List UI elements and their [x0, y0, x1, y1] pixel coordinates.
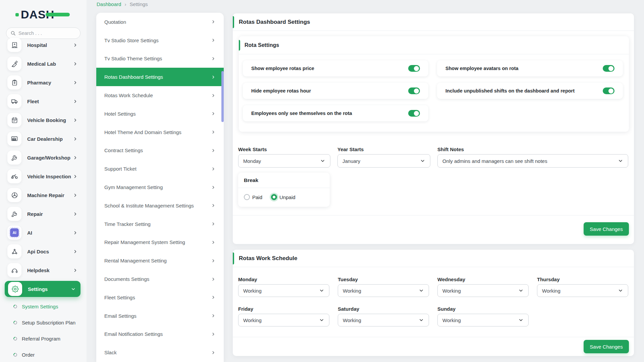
- break-radio-option[interactable]: Paid: [244, 194, 262, 200]
- settings-submenu-item[interactable]: Setup Subscription Plan: [0, 314, 87, 330]
- chevron-right-icon: [73, 174, 78, 179]
- search-input[interactable]: [18, 31, 76, 36]
- toggle-switch[interactable]: [408, 87, 420, 94]
- settings-submenu-item[interactable]: Referral Program: [0, 330, 87, 347]
- section-header: Rota Settings: [239, 36, 629, 54]
- settings-menu-item[interactable]: Time Tracker Setting: [96, 215, 224, 233]
- settings-menu-item[interactable]: Documents Settings: [96, 270, 224, 288]
- day-label: Tuesday: [338, 277, 429, 282]
- chevron-right-icon: [211, 350, 216, 355]
- toggle-row: Show employee rotas price: [243, 60, 428, 76]
- chevron-right-icon: [211, 295, 216, 300]
- break-title: Break: [244, 177, 258, 183]
- sidebar-item-label: Garage/Workshop: [27, 155, 70, 161]
- breadcrumb-dashboard-link[interactable]: Dashboard: [97, 1, 121, 7]
- chevron-down-icon: [319, 288, 324, 293]
- settings-menu-item-label: Rotas Dashboard Settings: [104, 74, 163, 80]
- settings-submenu-item[interactable]: Order: [0, 347, 87, 362]
- break-header: Break: [238, 173, 330, 188]
- toggle-switch[interactable]: [603, 65, 614, 72]
- settings-menu-item[interactable]: School & Institute Management Settings: [96, 196, 224, 215]
- brand-logo[interactable]: DASH: [21, 7, 54, 22]
- sidebar-item-label: Pharmacy: [27, 80, 51, 85]
- break-radio-option[interactable]: Unpaid: [271, 194, 296, 200]
- settings-menu-item[interactable]: Gym Management Setting: [96, 178, 224, 196]
- settings-menu-item-label: Repair Management System Setting: [104, 239, 185, 245]
- day-label: Sunday: [437, 306, 529, 312]
- chevron-down-icon: [419, 317, 424, 323]
- settings-menu-item[interactable]: Repair Management System Setting: [96, 233, 224, 252]
- radio-label: Unpaid: [279, 194, 296, 200]
- day-select[interactable]: Working: [338, 314, 429, 326]
- day-label: Thursday: [537, 277, 628, 282]
- dropdown-select[interactable]: Monday: [238, 154, 330, 168]
- day-label: Friday: [238, 306, 329, 312]
- menu-scrollbar-thumb[interactable]: [221, 71, 224, 122]
- chevron-right-icon: [211, 130, 216, 134]
- toggle-switch[interactable]: [408, 110, 420, 117]
- toggle-switch[interactable]: [603, 87, 614, 94]
- toggle-switch[interactable]: [408, 65, 420, 72]
- sidebar-item[interactable]: Settings: [5, 281, 80, 297]
- save-changes-button[interactable]: Save Changes: [584, 340, 629, 353]
- chevron-right-icon: [211, 19, 216, 24]
- settings-menu-item[interactable]: Tv Studio Store Settings: [96, 31, 224, 50]
- settings-menu-item[interactable]: Hotel Settings: [96, 105, 224, 123]
- settings-menu-item[interactable]: Slack: [96, 343, 224, 362]
- settings-menu-item[interactable]: Rotas Dashboard Settings: [96, 68, 224, 86]
- settings-menu-item-label: Documents Settings: [104, 276, 149, 282]
- settings-menu-item[interactable]: Email Notification Settings: [96, 325, 224, 344]
- settings-submenu-item[interactable]: System Settings: [0, 298, 87, 314]
- toggle-label: Include unpublished shifts on the dashbo…: [445, 88, 575, 94]
- sidebar-item[interactable]: Vehicle Inspection: [0, 167, 87, 186]
- sidebar-item[interactable]: Machine Repair: [0, 186, 87, 204]
- sidebar-item[interactable]: Medical Lab: [0, 54, 87, 73]
- day-select-value: Working: [243, 317, 262, 323]
- chevron-down-icon: [518, 288, 524, 293]
- bullet-icon: [13, 352, 18, 357]
- sidebar-item[interactable]: AI AI: [0, 223, 87, 242]
- settings-menu-item[interactable]: Fleet Settings: [96, 288, 224, 307]
- settings-menu-item[interactable]: Rental Management Setting: [96, 251, 224, 270]
- settings-menu-item[interactable]: Support Ticket: [96, 160, 224, 178]
- car-icon: [7, 132, 21, 146]
- sidebar-item[interactable]: Pharmacy: [0, 73, 87, 92]
- sidebar-item[interactable]: Hospital: [0, 36, 87, 54]
- sidebar-item[interactable]: Helpdesk: [0, 261, 87, 280]
- settings-menu-item[interactable]: Rotas Work Schedule: [96, 86, 224, 105]
- chevron-right-icon: [73, 155, 78, 160]
- day-select[interactable]: Working: [238, 284, 329, 297]
- day-select[interactable]: Working: [437, 314, 529, 326]
- day-select-value: Working: [442, 288, 461, 294]
- rota-settings-section: Rota Settings Show employee rotas price …: [239, 36, 629, 132]
- settings-menu-item[interactable]: Hotel Theme And Domain Settings: [96, 123, 224, 141]
- settings-menu-item[interactable]: Quotation: [96, 13, 224, 31]
- sidebar-item[interactable]: Car Dealership: [0, 129, 87, 148]
- day-select[interactable]: Working: [238, 314, 329, 326]
- settings-menu-item[interactable]: Contract Settings: [96, 141, 224, 160]
- sidebar-item[interactable]: Fleet: [0, 92, 87, 111]
- sidebar-item[interactable]: Garage/Workshop: [0, 148, 87, 167]
- sidebar-item-label: Vehicle Inspection: [27, 174, 71, 179]
- submenu-item-label: Setup Subscription Plan: [22, 320, 75, 325]
- chevron-right-icon: [73, 43, 78, 48]
- sidebar-item[interactable]: Api Docs: [0, 242, 87, 261]
- settings-menu-panel: Quotation Tv Studio Store Settings Tv St…: [96, 13, 224, 362]
- day-select[interactable]: Working: [537, 284, 628, 297]
- api-icon: [7, 244, 21, 258]
- sidebar-item-label: Repair: [27, 211, 43, 217]
- settings-menu-item[interactable]: Email Settings: [96, 307, 224, 325]
- headset-icon: [7, 263, 21, 277]
- search-icon: [10, 31, 16, 36]
- sidebar-item[interactable]: Vehicle Booking: [0, 111, 87, 129]
- day-select[interactable]: Working: [338, 284, 429, 297]
- toggle-row: Show employee avatars on rota: [437, 60, 623, 76]
- syringe-icon: [7, 57, 21, 71]
- sidebar-item[interactable]: Repair: [0, 204, 87, 223]
- settings-menu-item-label: Contract Settings: [104, 147, 143, 153]
- dropdown-select[interactable]: Only admins and managers can see shift n…: [437, 154, 628, 168]
- dropdown-select[interactable]: January: [337, 154, 430, 168]
- save-changes-button[interactable]: Save Changes: [584, 222, 629, 236]
- day-select[interactable]: Working: [437, 284, 529, 297]
- settings-menu-item[interactable]: Tv Studio Theme Settings: [96, 50, 224, 68]
